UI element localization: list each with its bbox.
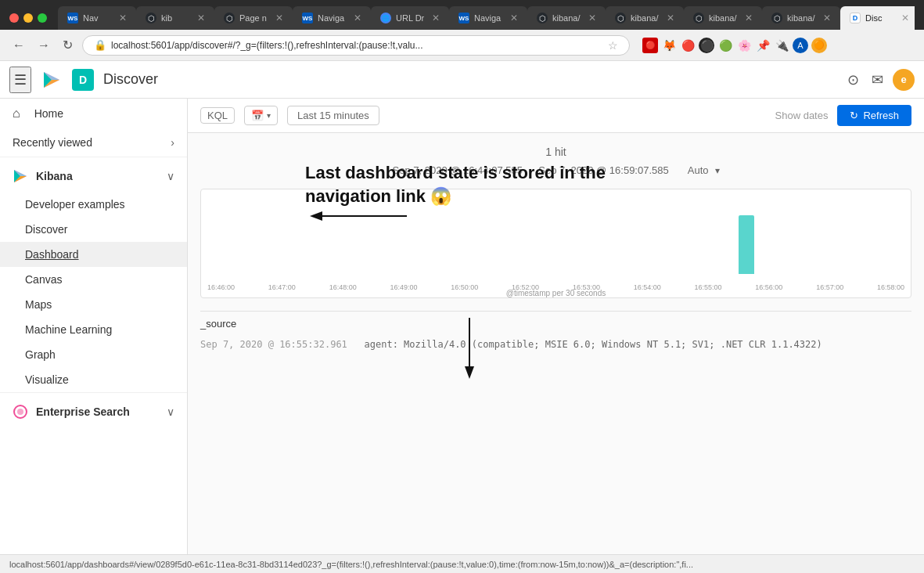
sidebar-item-machine-learning[interactable]: Machine Learning: [0, 317, 187, 342]
enterprise-search-logo: [13, 404, 28, 420]
browser-tab[interactable]: ⬡ kibana/ ✕: [606, 6, 684, 30]
tab-close-icon[interactable]: ✕: [197, 13, 205, 23]
log-timestamp: Sep 7, 2020 @ 16:55:32.961: [200, 339, 347, 350]
ext-icon[interactable]: 🟢: [717, 38, 733, 53]
menu-toggle-button[interactable]: ☰: [9, 67, 31, 93]
sidebar-item-maps[interactable]: Maps: [0, 292, 187, 317]
enterprise-search-group-title: Enterprise Search: [36, 405, 159, 418]
tab-label: Naviga: [474, 13, 505, 23]
minimize-traffic-light[interactable]: [23, 13, 33, 23]
ext-icon[interactable]: 🌸: [736, 38, 752, 53]
back-button[interactable]: ←: [9, 37, 28, 54]
content-area: KQL 📅 ▾ Last 15 minutes Show dates ↻ Ref…: [188, 99, 924, 554]
browser-tab[interactable]: ⬡ Page n ✕: [214, 6, 293, 30]
kibana-group-title: Kibana: [36, 170, 159, 182]
url-bar[interactable]: 🔒 localhost:5601/app/discover#/?_g=(filt…: [82, 35, 630, 56]
ext-icon[interactable]: ⚫: [699, 38, 714, 53]
maximize-traffic-light[interactable]: [38, 13, 47, 23]
tab-close-icon[interactable]: ✕: [119, 13, 127, 23]
browser-tab[interactable]: WS Nav ✕: [58, 6, 136, 30]
time-range-button[interactable]: Last 15 minutes: [287, 106, 379, 125]
browser-tab[interactable]: ⬡ kibana/ ✕: [527, 6, 606, 30]
tab-close-icon[interactable]: ✕: [901, 13, 909, 23]
calendar-chevron-icon: ▾: [267, 111, 271, 120]
log-entry: Sep 7, 2020 @ 16:55:32.961 agent: Mozill…: [200, 336, 911, 353]
settings-button[interactable]: ⊙: [844, 68, 862, 92]
tab-favicon: WS: [302, 13, 313, 23]
sidebar-group-kibana-header[interactable]: Kibana ∨: [0, 160, 187, 192]
tab-favicon: ⬡: [771, 13, 782, 23]
browser-tab-active[interactable]: D Disc ✕: [840, 6, 915, 30]
tabs-bar: WS Nav ✕ ⬡ kib ✕ ⬡ Page n ✕ WS Naviga ✕ …: [58, 6, 915, 30]
forward-button[interactable]: →: [34, 37, 53, 54]
ext-icon[interactable]: 🟠: [811, 38, 827, 53]
browser-tab[interactable]: ⬡ kib ✕: [136, 6, 214, 30]
sidebar-item-developer-examples[interactable]: Developer examples: [0, 192, 187, 217]
browser-tab[interactable]: 🌐 URL Dr ✕: [371, 6, 449, 30]
main-layout: ⌂ Home Recently viewed › Kibana ∨ Develo…: [0, 99, 924, 554]
chart-bar: [739, 215, 754, 274]
time-range-end: Sep 7, 2020 @ 16:59:07.585: [538, 164, 668, 176]
sidebar-item-dashboard[interactable]: Dashboard: [0, 242, 187, 267]
ext-icon[interactable]: 🔴: [642, 38, 658, 53]
sidebar-item-visualize[interactable]: Visualize: [0, 367, 187, 392]
show-dates-button[interactable]: Show dates: [775, 110, 829, 121]
sidebar-item-graph[interactable]: Graph: [0, 342, 187, 367]
tab-label: Nav: [83, 13, 114, 23]
browser-tab[interactable]: WS Naviga ✕: [293, 6, 371, 30]
dashboard-link[interactable]: Dashboard: [25, 248, 79, 261]
ext-icon[interactable]: 🦊: [661, 38, 677, 53]
tab-close-icon[interactable]: ✕: [354, 13, 361, 23]
sidebar-group-enterprise-search: Enterprise Search ∨: [0, 392, 187, 427]
sidebar-recently-viewed[interactable]: Recently viewed ›: [0, 128, 187, 157]
tab-close-icon[interactable]: ✕: [588, 13, 596, 23]
tab-close-icon[interactable]: ✕: [275, 13, 283, 23]
kql-badge[interactable]: KQL: [200, 107, 235, 124]
ext-icon[interactable]: 🔌: [774, 38, 789, 53]
browser-tab[interactable]: ⬡ kibana/ ✕: [762, 6, 840, 30]
app-section-avatar: D: [72, 69, 94, 91]
refresh-button[interactable]: ↻ Refresh: [837, 105, 911, 126]
bookmark-icon[interactable]: ☆: [608, 39, 618, 52]
recently-viewed-chevron-icon: ›: [171, 136, 174, 149]
tab-close-icon[interactable]: ✕: [510, 13, 518, 23]
browser-tab[interactable]: WS Naviga ✕: [449, 6, 527, 30]
user-avatar[interactable]: e: [893, 69, 915, 91]
tab-label: kibana/: [709, 13, 740, 23]
kibana-group-logo: [13, 168, 28, 184]
mail-button[interactable]: ✉: [868, 68, 886, 92]
tab-label: Page n: [239, 13, 271, 23]
kibana-logo: [41, 69, 63, 91]
home-icon: ⌂: [13, 106, 20, 121]
url-text: localhost:5601/app/discover#/?_g=(filter…: [111, 40, 603, 51]
sidebar-group-enterprise-search-header[interactable]: Enterprise Search ∨: [0, 396, 187, 427]
tab-close-icon[interactable]: ✕: [667, 13, 674, 23]
svg-point-1: [17, 409, 23, 415]
browser-tab[interactable]: ⬡ kibana/ ✕: [684, 6, 762, 30]
tab-close-icon[interactable]: ✕: [432, 13, 440, 23]
calendar-button[interactable]: 📅 ▾: [244, 106, 278, 125]
histogram-chart: 16:46:00 16:47:00 16:48:00 16:49:00 16:5…: [200, 189, 911, 298]
reload-button[interactable]: ↻: [59, 36, 76, 54]
time-range-display: Sep 7, 2020 @ 16:44:07.585 - Sep 7, 2020…: [200, 164, 911, 176]
sidebar-item-canvas[interactable]: Canvas: [0, 267, 187, 292]
auto-chevron-icon[interactable]: ▾: [715, 165, 720, 176]
ext-icon[interactable]: 🔴: [680, 38, 696, 53]
tab-close-icon[interactable]: ✕: [745, 13, 753, 23]
tab-label: kibana/: [552, 13, 584, 23]
tab-favicon: WS: [458, 13, 469, 23]
close-traffic-light[interactable]: [9, 13, 19, 23]
tab-label: kibana/: [787, 13, 818, 23]
ext-icon[interactable]: A: [793, 38, 808, 53]
status-url: localhost:5601/app/dashboards#/view/0289…: [9, 560, 693, 569]
ext-icon[interactable]: 📌: [755, 38, 771, 53]
calendar-icon: 📅: [251, 110, 264, 121]
enterprise-search-chevron-icon: ∨: [167, 405, 174, 418]
lock-icon: 🔒: [94, 39, 106, 51]
sidebar-item-discover[interactable]: Discover: [0, 217, 187, 242]
time-range-separator: -: [529, 164, 532, 176]
tab-close-icon[interactable]: ✕: [823, 13, 831, 23]
hit-count: 1 hit: [200, 146, 911, 158]
sidebar-item-home[interactable]: ⌂ Home: [0, 99, 187, 128]
browser-titlebar: WS Nav ✕ ⬡ kib ✕ ⬡ Page n ✕ WS Naviga ✕ …: [0, 0, 924, 30]
